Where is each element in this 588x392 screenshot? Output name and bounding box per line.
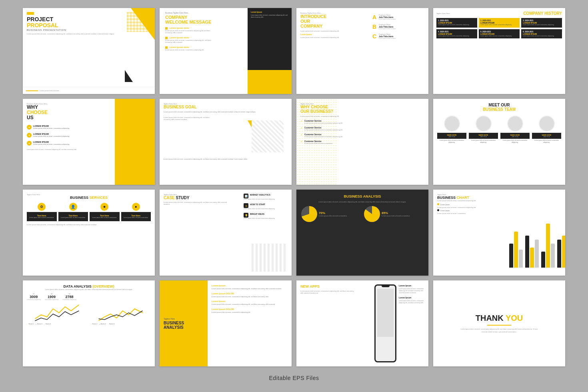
s14-tag: Tagline Here: [164, 318, 204, 320]
s11-desc: Lorem ipsum dolor sit amet, consectetur …: [301, 201, 424, 203]
s15-r-text-1: Lorem ipsum dolor sit amet, consectetur …: [399, 288, 426, 294]
dark-bar-1: NAME HERE JOB TITLE: [437, 133, 466, 139]
member-4: NAME HERE JOB TITLE Lorem ipsum dolor si…: [532, 116, 561, 143]
s5-footer: Lorem ipsum dolor sit amet, consectetur …: [27, 149, 103, 150]
svc-2: 👤 Text Here Lorem ipsum dolor sit amet c…: [58, 203, 88, 221]
s3-item-c: C Employee Name Job Title Here Lorem ips…: [372, 33, 424, 40]
s15-r-title-2: Lorem Ipsum: [399, 296, 426, 299]
s9-bottom: Lorem ipsum dolor sit amet, consectetur …: [27, 224, 151, 226]
slides-grid: PROJECT PROPOSAL BUSINESS PRESENTATION L…: [23, 8, 565, 366]
slide-case-study: Tagline Goes Here CASE STUDY Lorem ipsum…: [160, 190, 292, 276]
s15-r-text-2: Lorem ipsum dolor sit amet, consectetur …: [399, 300, 426, 304]
dark-bar-2: NAME HERE JOB TITLE: [469, 133, 498, 139]
donut-2: [364, 206, 380, 222]
hist-item-2: 2. 2020-2021 LOREM IPSUM Lorem ipsum dol…: [479, 18, 520, 28]
s5-title: WHY CHOOSE US: [27, 105, 103, 121]
slide-new-apps: NEW APPS Lorem ipsum dolor sit amet, con…: [296, 280, 428, 366]
slide-project-proposal: PROJECT PROPOSAL BUSINESS PRESENTATION L…: [23, 8, 155, 94]
s2-lorem-text: Lorem ipsum dolor sit amet, consectetur …: [251, 14, 288, 18]
s2-title: COMPANY WELCOME MESSAGE: [165, 15, 217, 24]
s2-lorem3: Lorem Ipsum dolor Lorem ipsum dolor sit …: [165, 46, 217, 51]
svc-4: ● Text Here Lorem ipsum dolor sit amet c…: [121, 203, 151, 221]
mini-chart-2: — Series 1 — Series 2 — Series 3: [90, 303, 151, 323]
donut-1: [301, 206, 317, 222]
footer-container: Editable EPS Files: [269, 372, 319, 384]
slide1-title1: PROJECT: [27, 16, 151, 22]
avatar-2: [476, 116, 492, 132]
s4-title: COMPANY HISTORY: [523, 11, 562, 16]
slide-company-history: Tagline Goes Here COMPANY HISTORY 1. 202…: [433, 8, 565, 94]
s6-body2: Lorem ipsum dolor sit amet, consectetur …: [164, 116, 216, 120]
s3-body2: Lorem ipsum dolor sit amet, consectetur …: [300, 36, 370, 38]
bottom-label: Lorem ipsum dolor sit amet.: [40, 90, 59, 92]
s10-item-3: 💡 BRIGHT IDEAS Lorem ipsum dolor sit ame…: [244, 213, 288, 219]
slide-team: MEET OURBUSINESS TEAM NAME HERE JOB TITL…: [433, 99, 565, 185]
s5-item-2: ● LOREM IPSUM Lorem ipsum dolor sit amet…: [27, 133, 103, 138]
slide-business-goal: Tagline Goes Here BUSINESS GOAL Lorem ip…: [160, 99, 292, 185]
s16-you: YOU: [506, 314, 523, 322]
s9-services: ⚙ Text Here Lorem ipsum dolor sit amet c…: [27, 203, 151, 221]
s2-lorem1: Lorem ipsum dolor Lorem ipsum dolor sit …: [165, 27, 217, 34]
s13-nums: 01 3009 consectetur adipiscing 02 1909 c…: [27, 293, 151, 300]
num-3: 03 2788 consectetur adipiscing: [62, 293, 76, 300]
s6-body3: Lorem ipsum dolor sit amet, consectetur …: [164, 158, 288, 160]
slide1-title2: PROPOSAL: [27, 22, 151, 28]
s3-lorem: Lorem Ipsum: [300, 34, 370, 36]
s7-check-3: ✓ Customer Service Lorem ipsum dolor sit…: [300, 133, 424, 138]
avatar-3: [507, 116, 523, 132]
hist-item-5: 5. 2020-2021 LOREM IPSUM Lorem ipsum dol…: [479, 29, 520, 39]
num-2: 02 1909 consectetur adipiscing: [45, 293, 59, 300]
svc4-icon: ●: [132, 203, 140, 211]
logo-box: [27, 12, 34, 15]
s10-body: Lorem ipsum dolor sit amet, consectetur …: [164, 201, 228, 205]
s10-checker: [252, 244, 288, 272]
hist-item-1: 1. 2020-2021 LOREM IPSUM Lorem ipsum dol…: [436, 18, 477, 28]
s6-title: BUSINESS GOAL: [164, 105, 288, 109]
s15-title: NEW APPS: [300, 284, 356, 288]
slide-business-chart: Tagline Here BUSINESS CHART Lorem ipsum …: [433, 190, 565, 276]
s16-title: THANK YOU: [476, 314, 523, 322]
s3-right-panel: A Employee Name Job Title Here Lorem ips…: [372, 14, 424, 43]
s8-title2: BUSINESS TEAM: [483, 107, 516, 112]
dark-bar-3: NAME HERE JOB TITLE: [500, 133, 530, 139]
hist-item-6: 6. 2020-2021 LOREM IPSUM Lorem ipsum dol…: [521, 29, 562, 39]
s6-visual: Lorem ipsum dolor sit amet, consectetur …: [164, 116, 288, 156]
s15-left: NEW APPS Lorem ipsum dolor sit amet, con…: [300, 284, 356, 294]
s3-title: INTRODUCE OUR COMPANY: [300, 14, 370, 28]
slide-why-choose-business: Tagline Goes Here WHY CHOOSE OUR BUSINES…: [296, 99, 428, 185]
hist-item-4: 4. 2020-2021 LOREM IPSUM Lorem ipsum dol…: [436, 29, 477, 39]
s7-content: Tagline Goes Here WHY CHOOSE OUR BUSINES…: [300, 103, 424, 144]
s3-item-a: A Employee Name Job Title Here Lorem ips…: [372, 14, 424, 20]
slide-business-services: Tagline Goes Here BUSINESS SERVICES ⚙ Te…: [23, 190, 155, 276]
s14-left-title: BUSINESSANALYSIS: [164, 321, 204, 330]
s14-sec-4: Lorem Ipsum DOLOR Lorem ipsum dolor sit …: [212, 308, 288, 314]
slide-why-choose-us: Business Tagline Goes Here... WHY CHOOSE…: [23, 99, 155, 185]
s15-desc: Lorem ipsum dolor sit amet, consectetur …: [300, 290, 356, 294]
svc-1: ⚙ Text Here Lorem ipsum dolor sit amet c…: [27, 203, 57, 221]
s10-item-2: ⚙ HOW TO START Lorem ipsum dolor sit ame…: [244, 203, 288, 210]
s14-sec-3: Lorem Ipsum Lorem ipsum dolor sit amet, …: [212, 300, 288, 306]
right-yellow-bar: [248, 70, 292, 94]
s13-desc: Lorem ipsum dolor sit amet, consectetur …: [27, 288, 151, 290]
s4-history-grid: 1. 2020-2021 LOREM IPSUM Lorem ipsum dol…: [436, 18, 562, 38]
s3-body: Lorem ipsum dolor sit amet, consectetur …: [300, 30, 370, 32]
avatar-1: [444, 116, 460, 132]
member-1: NAME HERE JOB TITLE Lorem ipsum dolor si…: [437, 116, 466, 143]
s4-logo: Tagline Goes Here: [436, 12, 450, 14]
s14-sec-2: Lorem Ipsum DOLOR Lorem ipsum dolor sit …: [212, 292, 288, 298]
s7-title: WHY CHOOSE OUR BUSINESS?: [300, 105, 424, 114]
slide-thank-you: THANK YOU Lorem ipsum dolor sit amet, co…: [433, 280, 565, 366]
s11-chart-1: 70% Lorem ipsum dolor sit amet consectet…: [301, 206, 361, 222]
s14-right-block: Lorem Ipsum Lorem ipsum dolor sit amet, …: [208, 280, 292, 366]
avatar-4: [539, 116, 555, 132]
slide1-body: Lorem ipsum dolor sit amet, consectetur …: [27, 33, 151, 35]
phone-screen: [377, 289, 394, 337]
s10-right-items: 📊 MARKET ANALYTICS Lorem ipsum dolor sit…: [244, 194, 288, 222]
member-2: NAME HERE JOB TITLE Lorem ipsum dolor si…: [469, 116, 498, 143]
dark-bar-4: NAME HERE JOB TITLE: [532, 133, 561, 139]
s8-team-row: NAME HERE JOB TITLE Lorem ipsum dolor si…: [437, 116, 561, 143]
s6-checker: [252, 120, 284, 152]
slide-business-analysis-dark: BUSINESS ANALYSIS Lorem ipsum dolor sit …: [296, 190, 428, 276]
s15-r-title-1: Lorem Ipsum: [399, 284, 426, 287]
s11-chart-2: 85% Lorem ipsum dolor sit amet consectet…: [364, 206, 424, 222]
